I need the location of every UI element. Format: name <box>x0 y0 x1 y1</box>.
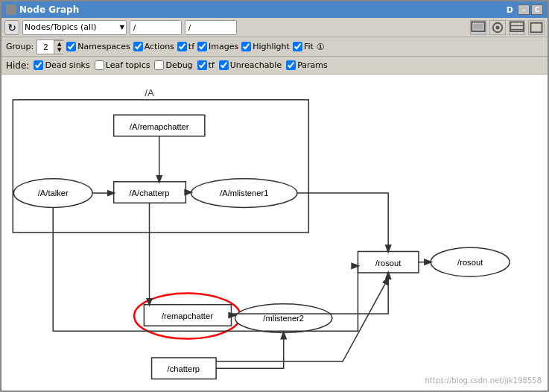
label-A-talker: /A/talker <box>38 189 69 197</box>
title-bar-buttons: D – C <box>507 4 543 15</box>
label-chatterp: /chatterp <box>168 364 200 373</box>
dead-sinks-checkbox[interactable] <box>34 60 43 70</box>
params-checkbox[interactable] <box>286 60 296 70</box>
tf-hide-checkbox[interactable] <box>197 60 207 70</box>
label-A-remapchatter: /A/remapchatter <box>130 122 189 131</box>
dropdown-arrow-icon: ▼ <box>120 24 124 31</box>
main-window: Node Graph D – C ↻ Nodes/Topics (all) ▼ <box>0 0 549 392</box>
dead-sinks-label[interactable]: Dead sinks <box>34 60 89 70</box>
label-rosout-ellipse: /rosout <box>457 258 483 267</box>
edge-chatterp-bottom-mlistener2 <box>216 332 284 368</box>
toolbar-row1: ↻ Nodes/Topics (all) ▼ <box>1 18 548 37</box>
spinbox-up[interactable]: ▲ <box>54 40 64 47</box>
icon-btn-1[interactable] <box>470 20 486 35</box>
debug-checkbox[interactable] <box>154 60 164 70</box>
filter-input-2[interactable] <box>185 20 237 35</box>
node-graph-svg: /A /A/remapchatter /A/talker /A/chatterp… <box>1 75 548 391</box>
label-rosout-rect: /rosout <box>375 259 402 268</box>
close-button[interactable]: C <box>531 4 543 15</box>
leaf-topics-checkbox[interactable] <box>95 60 104 70</box>
namespaces-checkbox[interactable] <box>66 42 76 51</box>
icon-btn-3[interactable] <box>509 20 525 35</box>
label-remapchatter: /remapchatter <box>162 312 213 320</box>
unreachable-checkbox[interactable] <box>219 60 229 70</box>
debug-label[interactable]: Debug <box>154 60 192 70</box>
icon-btn-4[interactable] <box>528 20 545 35</box>
actions-checkbox[interactable] <box>133 42 143 51</box>
group-label: Group: <box>6 42 34 51</box>
tf-checkbox[interactable] <box>177 42 187 51</box>
dropdown-label: Nodes/Topics (all) <box>25 22 118 32</box>
nodes-topics-dropdown[interactable]: Nodes/Topics (all) ▼ <box>22 20 127 35</box>
unreachable-label[interactable]: Unreachable <box>219 60 282 70</box>
svg-rect-7 <box>531 22 542 32</box>
actions-checkbox-label[interactable]: Actions <box>133 42 174 51</box>
group-value[interactable] <box>37 42 54 51</box>
minimize-button[interactable]: – <box>518 4 530 15</box>
label-mlistener2: /mlistener2 <box>263 314 304 323</box>
hide-label: Hide: <box>6 60 29 71</box>
fit-checkbox[interactable] <box>293 42 302 51</box>
namespaces-checkbox-label[interactable]: Namespaces <box>66 42 130 51</box>
highlight-checkbox[interactable] <box>241 42 251 51</box>
title-key: D <box>507 5 513 15</box>
title-bar: Node Graph D – C <box>1 1 548 18</box>
label-A-mlistener1: /A/mlistener1 <box>220 189 268 197</box>
toolbar-row3: Hide: Dead sinks Leaf topics Debug tf Un… <box>1 57 548 75</box>
tf-checkbox-label[interactable]: tf <box>177 42 194 51</box>
window-icon <box>6 4 16 15</box>
fit-badge: ① <box>317 42 325 52</box>
svg-point-3 <box>496 25 500 29</box>
refresh-button[interactable]: ↻ <box>4 20 19 35</box>
group-label-A: /A <box>145 87 154 98</box>
filter-input-1[interactable] <box>130 20 182 35</box>
tf-hide-label[interactable]: tf <box>197 60 215 70</box>
spinbox-down[interactable]: ▼ <box>54 47 64 54</box>
images-checkbox[interactable] <box>197 42 207 51</box>
graph-canvas[interactable]: /A /A/remapchatter /A/talker /A/chatterp… <box>1 75 548 391</box>
edge-mlistener1-rosout <box>297 193 388 251</box>
window-title: Node Graph <box>19 4 504 15</box>
highlight-checkbox-label[interactable]: Highlight <box>241 42 290 51</box>
watermark: https://blog.csdn.net/jik198558 <box>425 376 542 385</box>
label-A-chatterp: /A/chatterp <box>129 189 169 197</box>
fit-checkbox-label[interactable]: Fit <box>293 42 314 51</box>
leaf-topics-label[interactable]: Leaf topics <box>95 60 150 70</box>
params-label[interactable]: Params <box>286 60 328 70</box>
images-checkbox-label[interactable]: Images <box>197 42 238 51</box>
group-spinbox[interactable]: ▲ ▼ <box>37 39 63 54</box>
toolbar-row2: Group: ▲ ▼ Namespaces Actions tf Images <box>1 37 548 57</box>
icon-btn-2[interactable] <box>489 20 506 35</box>
svg-rect-1 <box>474 24 483 30</box>
